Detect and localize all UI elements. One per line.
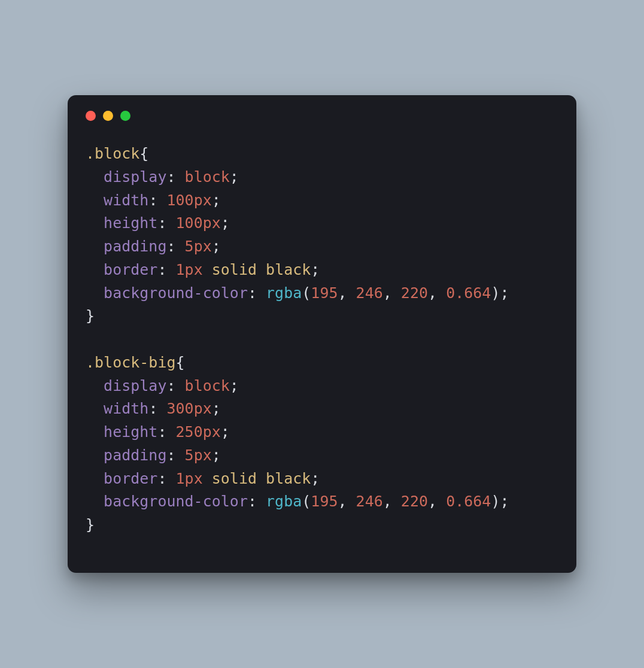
code-token: {	[139, 145, 148, 162]
code-token: rgba	[266, 493, 302, 510]
code-token: 195	[311, 493, 338, 510]
code-token: black	[266, 261, 311, 278]
code-token: (	[302, 493, 311, 510]
code-token: 300px	[166, 400, 211, 417]
code-token: 220	[401, 284, 428, 302]
code-token: 250px	[176, 423, 221, 441]
code-token: 100px	[176, 214, 221, 232]
code-token: background-color	[104, 284, 248, 302]
code-token: border	[104, 470, 157, 487]
code-token: ;	[212, 447, 221, 464]
code-token: 1px	[176, 261, 203, 278]
code-token: :	[248, 284, 266, 302]
code-token: border	[104, 261, 157, 278]
code-token: :	[157, 214, 175, 232]
code-token: solid	[212, 261, 257, 278]
code-token: ,	[338, 284, 356, 302]
code-token: ,	[383, 493, 401, 510]
code-token: }	[86, 307, 95, 324]
code-token: 5px	[185, 238, 212, 255]
code-token: :	[166, 238, 184, 255]
code-token: 5px	[185, 447, 212, 464]
code-token: ;	[230, 377, 239, 394]
code-token: rgba	[266, 284, 302, 302]
code-token: width	[104, 400, 148, 417]
code-window: .block{ display: block; width: 100px; he…	[68, 95, 576, 573]
code-token: :	[157, 470, 175, 487]
code-token: height	[104, 423, 157, 441]
code-token: ,	[383, 284, 401, 302]
code-token: 246	[356, 493, 383, 510]
code-token: block	[185, 168, 230, 186]
code-token: :	[166, 168, 184, 186]
close-icon[interactable]	[86, 111, 96, 121]
code-token: .block	[86, 145, 139, 162]
code-token: :	[148, 400, 166, 417]
code-token: width	[104, 192, 148, 209]
code-token: ;	[311, 261, 320, 278]
code-token: 0.664	[446, 284, 491, 302]
code-token: 1px	[176, 470, 203, 487]
code-token: ;	[221, 423, 230, 441]
code-token: :	[248, 493, 266, 510]
code-token: :	[157, 423, 175, 441]
code-token: ;	[500, 493, 509, 510]
minimize-icon[interactable]	[103, 111, 113, 121]
code-token: :	[166, 447, 184, 464]
code-token: ,	[428, 284, 446, 302]
code-block: .block{ display: block; width: 100px; he…	[86, 142, 558, 537]
code-token: :	[157, 261, 175, 278]
code-token: ;	[230, 168, 239, 186]
code-token: ;	[221, 214, 230, 232]
code-token: ,	[338, 493, 356, 510]
zoom-icon[interactable]	[120, 111, 130, 121]
code-token: ;	[212, 192, 221, 209]
code-token: height	[104, 214, 157, 232]
code-token: background-color	[104, 493, 248, 510]
window-controls	[86, 111, 558, 121]
code-token: black	[266, 470, 311, 487]
code-token: ,	[428, 493, 446, 510]
code-token: .block-big	[86, 354, 176, 371]
code-token: )	[491, 284, 500, 302]
code-token: ;	[311, 470, 320, 487]
code-token: 220	[401, 493, 428, 510]
code-token: padding	[104, 447, 166, 464]
code-token: 100px	[166, 192, 211, 209]
code-token: 195	[311, 284, 338, 302]
code-token: }	[86, 516, 95, 533]
code-token: )	[491, 493, 500, 510]
code-token: :	[148, 192, 166, 209]
code-token: solid	[212, 470, 257, 487]
code-token: display	[104, 168, 166, 186]
code-token: padding	[104, 238, 166, 255]
code-token: block	[185, 377, 230, 394]
code-token: 0.664	[446, 493, 491, 510]
code-token: ;	[212, 400, 221, 417]
code-token: :	[166, 377, 184, 394]
code-token: (	[302, 284, 311, 302]
code-token: 246	[356, 284, 383, 302]
code-token: ;	[212, 238, 221, 255]
code-token: display	[104, 377, 166, 394]
code-token: {	[176, 354, 185, 371]
code-token: ;	[500, 284, 509, 302]
